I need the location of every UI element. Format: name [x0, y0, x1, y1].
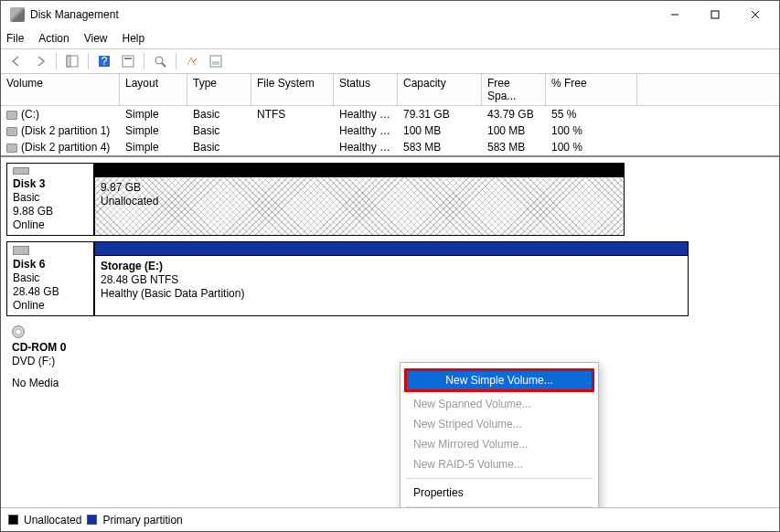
disk-name: CD-ROM 0 [12, 341, 89, 354]
menu-properties[interactable]: Properties [401, 483, 598, 503]
disk-row: Disk 3 Basic 9.88 GB Online 9.87 GB Unal… [6, 163, 774, 236]
volume-pct: 100 % [546, 122, 637, 139]
menubar: File Action View Help [1, 28, 779, 48]
menu-new-mirrored-volume: New Mirrored Volume... [401, 434, 598, 454]
volume-row[interactable]: (C:) Simple Basic NTFS Healthy (B... 79.… [1, 106, 779, 122]
minimize-button[interactable] [655, 2, 695, 27]
disk-icon [13, 246, 29, 255]
help-button[interactable]: ? [94, 51, 114, 71]
volume-list: Volume Layout Type File System Status Ca… [1, 74, 779, 157]
svg-point-10 [155, 57, 163, 64]
svg-text:?: ? [102, 55, 108, 68]
action-1-button[interactable] [182, 51, 202, 71]
col-free[interactable]: Free Spa... [482, 74, 546, 105]
disk-region-unallocated[interactable]: 9.87 GB Unallocated [94, 177, 625, 236]
disk-size: 28.48 GB [13, 285, 88, 298]
region-header-primary [94, 241, 689, 256]
drive-icon [6, 144, 17, 153]
menu-new-simple-volume[interactable]: New Simple Volume... [401, 367, 598, 394]
disk-type: Basic [13, 191, 88, 204]
svg-rect-8 [123, 56, 134, 67]
toolbar-separator [88, 53, 89, 69]
menu-view[interactable]: View [84, 32, 108, 45]
volume-type: Basic [187, 106, 251, 122]
region-size-fs: 28.48 GB NTFS [101, 273, 682, 287]
refresh-button[interactable] [150, 51, 170, 71]
disk-name: Disk 6 [13, 258, 88, 271]
svg-rect-9 [124, 58, 132, 59]
disk-name: Disk 3 [13, 177, 88, 190]
action-2-button[interactable] [206, 51, 226, 71]
col-volume[interactable]: Volume [1, 74, 120, 105]
volume-free: 583 MB [482, 139, 546, 155]
disk-info-panel[interactable]: CD-ROM 0 DVD (F:) No Media [6, 322, 94, 400]
volume-list-header: Volume Layout Type File System Status Ca… [1, 74, 779, 106]
disk-info-panel[interactable]: Disk 6 Basic 28.48 GB Online [6, 241, 94, 316]
volume-pct: 100 % [546, 139, 637, 155]
context-menu: New Simple Volume... New Spanned Volume.… [400, 362, 599, 507]
menu-action[interactable]: Action [38, 32, 69, 45]
volume-row[interactable]: (Disk 2 partition 1) Simple Basic Health… [1, 122, 779, 139]
menu-file[interactable]: File [6, 32, 24, 45]
disk-graphical-view: Disk 3 Basic 9.88 GB Online 9.87 GB Unal… [1, 157, 779, 507]
svg-rect-5 [67, 56, 70, 67]
legend-swatch-unallocated [8, 515, 18, 525]
col-layout[interactable]: Layout [120, 74, 187, 105]
menu-new-raid5-volume: New RAID-5 Volume... [401, 454, 598, 474]
back-button[interactable] [6, 51, 27, 71]
volume-status: Healthy (R... [334, 139, 398, 155]
svg-rect-1 [711, 11, 719, 18]
volume-layout: Simple [120, 139, 187, 155]
col-type[interactable]: Type [187, 74, 251, 105]
volume-capacity: 100 MB [398, 122, 482, 139]
show-hide-tree-button[interactable] [62, 51, 82, 71]
volume-row[interactable]: (Disk 2 partition 4) Simple Basic Health… [1, 139, 779, 155]
region-header-unallocated [94, 163, 625, 177]
forward-button[interactable] [30, 51, 50, 71]
legend-swatch-primary [87, 515, 97, 525]
volume-name: (C:) [21, 108, 39, 121]
close-button[interactable] [735, 2, 775, 27]
region-status: Healthy (Basic Data Partition) [101, 287, 682, 301]
legend-label-primary: Primary partition [102, 514, 182, 527]
region-label: Unallocated [101, 195, 618, 208]
col-filesystem[interactable]: File System [251, 74, 334, 105]
volume-fs [251, 122, 334, 139]
volume-capacity: 583 MB [398, 139, 482, 155]
col-capacity[interactable]: Capacity [398, 74, 482, 105]
window-title: Disk Management [30, 8, 655, 21]
menu-new-striped-volume: New Striped Volume... [401, 414, 598, 434]
col-pct-free[interactable]: % Free [546, 74, 637, 105]
volume-capacity: 79.31 GB [398, 106, 482, 122]
svg-rect-13 [212, 61, 219, 65]
disk-state: No Media [12, 377, 89, 389]
toolbar-separator [176, 53, 176, 69]
cdrom-icon [12, 325, 25, 338]
volume-type: Basic [187, 139, 251, 155]
toolbar: ? [1, 48, 779, 74]
disk-info-panel[interactable]: Disk 3 Basic 9.88 GB Online [6, 163, 94, 236]
col-spacer [637, 74, 779, 105]
settings-button[interactable] [118, 51, 138, 71]
toolbar-separator [56, 53, 57, 69]
disk-row: Disk 6 Basic 28.48 GB Online Storage (E:… [6, 241, 774, 316]
disk-row: CD-ROM 0 DVD (F:) No Media [6, 322, 774, 400]
disk-state: Online [13, 299, 88, 312]
volume-free: 43.79 GB [482, 106, 546, 122]
disk-type: Basic [13, 271, 88, 284]
drive-icon [6, 127, 17, 136]
disk-size: 9.88 GB [13, 205, 88, 218]
volume-free: 100 MB [482, 122, 546, 139]
drive-icon [6, 111, 17, 120]
volume-type: Basic [187, 122, 251, 139]
menu-help[interactable]: Help [123, 32, 145, 45]
col-status[interactable]: Status [334, 74, 398, 105]
volume-status: Healthy (E... [334, 122, 398, 139]
disk-region-primary[interactable]: Storage (E:) 28.48 GB NTFS Healthy (Basi… [94, 256, 689, 316]
volume-fs: NTFS [251, 106, 334, 122]
svg-line-11 [162, 63, 166, 67]
volume-layout: Simple [120, 106, 187, 122]
menu-new-spanned-volume: New Spanned Volume... [401, 394, 598, 414]
maximize-button[interactable] [695, 2, 735, 27]
legend-label-unallocated: Unallocated [24, 514, 81, 527]
